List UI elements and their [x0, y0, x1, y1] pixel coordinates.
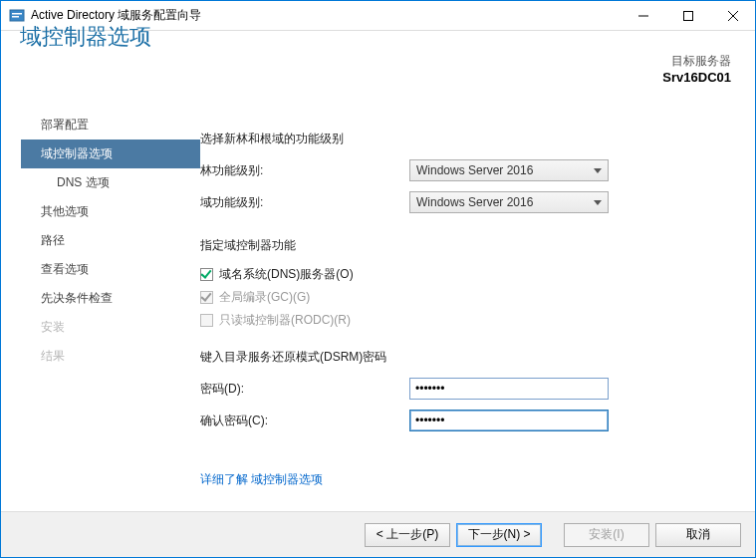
window-controls [621, 1, 755, 30]
svg-rect-2 [12, 16, 19, 18]
sidebar-item-prereq[interactable]: 先决条件检查 [21, 284, 200, 313]
cancel-button[interactable]: 取消 [655, 523, 741, 547]
rodc-checkbox-label: 只读域控制器(RODC)(R) [219, 312, 351, 329]
more-info-link[interactable]: 详细了解 域控制器选项 [200, 471, 323, 488]
domain-level-value: Windows Server 2016 [416, 195, 533, 209]
next-button[interactable]: 下一步(N) > [456, 523, 542, 547]
capabilities-heading: 指定域控制器功能 [200, 237, 731, 254]
password-input[interactable] [409, 378, 609, 400]
sidebar-item-paths[interactable]: 路径 [21, 226, 200, 255]
gc-checkbox-label: 全局编录(GC)(G) [219, 289, 310, 306]
install-button: 安装(I) [564, 523, 649, 547]
sidebar-item-deploy[interactable]: 部署配置 [21, 111, 200, 140]
footer: < 上一步(P) 下一步(N) > 安装(I) 取消 [1, 511, 755, 557]
confirm-password-label: 确认密码(C): [200, 413, 409, 429]
sidebar-item-review[interactable]: 查看选项 [21, 255, 200, 284]
gc-checkbox [200, 291, 213, 304]
svg-rect-1 [12, 13, 22, 15]
dns-checkbox-label: 域名系统(DNS)服务器(O) [219, 266, 354, 283]
password-label: 密码(D): [200, 381, 409, 398]
minimize-button[interactable] [621, 1, 665, 30]
sidebar: 部署配置 域控制器选项 DNS 选项 其他选项 路径 查看选项 先决条件检查 安… [21, 111, 200, 371]
dsrm-heading: 键入目录服务还原模式(DSRM)密码 [200, 349, 731, 366]
svg-rect-4 [683, 11, 692, 20]
rodc-checkbox [200, 314, 213, 327]
domain-level-label: 域功能级别: [200, 194, 409, 211]
sidebar-item-install: 安装 [21, 313, 200, 342]
svg-rect-0 [10, 10, 24, 21]
sidebar-item-dns-options[interactable]: DNS 选项 [21, 168, 200, 197]
target-server-box: 目标服务器 Srv16DC01 [662, 53, 731, 85]
forest-level-value: Windows Server 2016 [416, 163, 533, 177]
target-server-label: 目标服务器 [662, 53, 731, 70]
target-server-value: Srv16DC01 [662, 70, 731, 85]
maximize-button[interactable] [665, 1, 710, 30]
sidebar-item-other[interactable]: 其他选项 [21, 197, 200, 226]
domain-level-dropdown[interactable]: Windows Server 2016 [409, 191, 609, 213]
dns-checkbox[interactable] [200, 268, 213, 281]
sidebar-item-results: 结果 [21, 342, 200, 371]
functional-levels-heading: 选择新林和根域的功能级别 [200, 131, 731, 147]
sidebar-item-dc-options[interactable]: 域控制器选项 [21, 140, 200, 168]
page-title: 域控制器选项 [20, 22, 151, 76]
forest-level-label: 林功能级别: [200, 162, 409, 179]
forest-level-dropdown[interactable]: Windows Server 2016 [409, 159, 609, 181]
confirm-password-input[interactable] [409, 410, 609, 431]
close-button[interactable] [710, 1, 755, 30]
previous-button[interactable]: < 上一步(P) [365, 523, 450, 547]
